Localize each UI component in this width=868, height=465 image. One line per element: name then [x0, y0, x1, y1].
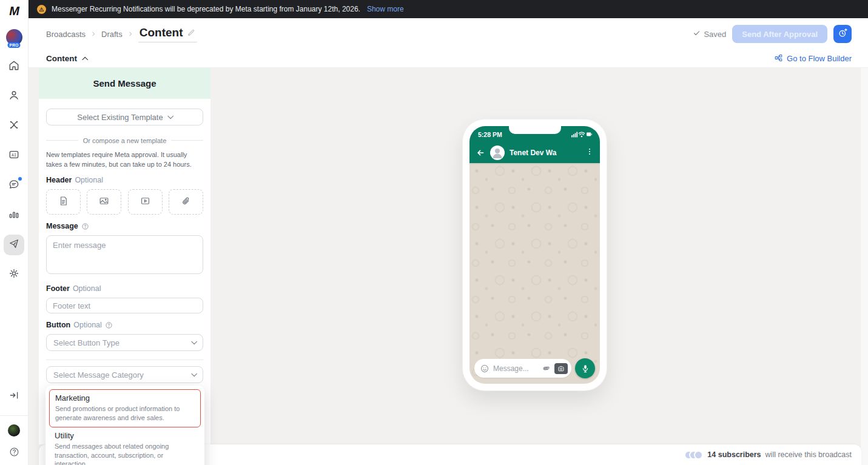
image-icon [98, 195, 110, 209]
ai-icon: AI [8, 149, 20, 163]
header-media-options [46, 189, 203, 215]
sidebar-item-settings[interactable] [4, 264, 24, 285]
home-icon [8, 59, 20, 74]
kebab-menu-icon [585, 147, 594, 158]
scroll-gutter [860, 68, 868, 465]
live-chat-icon [8, 178, 20, 193]
button-type-placeholder: Select Button Type [53, 338, 119, 347]
chat-message-pill: Message... [474, 359, 571, 378]
saved-label: Saved [704, 30, 726, 39]
sidebar-item-contacts[interactable] [4, 86, 24, 107]
paperclip-icon [180, 195, 192, 209]
attach-icon [540, 362, 553, 375]
chevron-down-icon [191, 338, 197, 344]
header-text-button[interactable] [46, 189, 81, 215]
chevron-right-icon [127, 31, 133, 37]
manychat-logo[interactable]: M [9, 4, 19, 18]
phone-preview: 5:28 PM Tenet Dev Wa [463, 119, 607, 390]
divider [46, 360, 203, 360]
page-title: Content [140, 26, 183, 39]
header-label-row: Header Optional [46, 176, 203, 184]
select-template-label: Select Existing Template [77, 113, 163, 122]
contacts-icon [8, 89, 20, 104]
chevron-up-icon [82, 57, 88, 63]
header-attachment-button[interactable] [169, 189, 203, 215]
chevron-down-icon [191, 370, 197, 376]
sidebar-item-live-chat[interactable] [4, 175, 24, 196]
video-icon [140, 195, 151, 209]
header-video-button[interactable] [128, 189, 163, 215]
footer-label-row: Footer Optional [46, 284, 203, 293]
button-label: Button [46, 321, 70, 329]
document-icon [58, 195, 69, 209]
help-button[interactable] [8, 446, 20, 460]
footer-text-input[interactable] [46, 298, 203, 313]
header-label: Header [46, 176, 72, 184]
edit-title-icon[interactable] [187, 28, 196, 37]
sidebar-item-broadcasts[interactable] [4, 235, 24, 255]
phone-screen: 5:28 PM Tenet Dev Wa [469, 126, 600, 384]
show-more-link[interactable]: Show more [367, 5, 404, 13]
divider-line [46, 140, 78, 141]
message-input[interactable] [46, 235, 203, 274]
saved-status: Saved [693, 29, 726, 39]
panel-header: Send Message [39, 68, 210, 99]
contact-name: Tenet Dev Wa [510, 149, 580, 157]
go-to-flow-builder-link[interactable]: Go to Flow Builder [774, 53, 852, 64]
sidebar-item-analytics[interactable] [4, 205, 24, 226]
category-option-utility[interactable]: Utility Send messages about related ongo… [49, 427, 201, 465]
category-placeholder: Select Message Category [53, 370, 144, 380]
contact-avatar [490, 146, 505, 160]
message-label: Message [46, 222, 78, 230]
message-category-select[interactable]: Select Message Category [46, 366, 203, 383]
chevron-down-icon [167, 113, 173, 119]
sidebar-item-automation[interactable] [4, 116, 24, 136]
topbar: Broadcasts Drafts Content Saved Send Aft… [29, 18, 868, 50]
content-section-toggle[interactable]: Content [46, 54, 87, 63]
content-section-title: Content [46, 54, 77, 63]
camera-icon [554, 363, 568, 374]
compose-divider: Or compose a new template [46, 136, 203, 144]
help-circle-icon[interactable] [105, 321, 113, 329]
pro-badge: PRO [8, 42, 21, 48]
collapse-icon [8, 390, 19, 403]
help-circle-icon[interactable] [81, 222, 89, 230]
flow-builder-label: Go to Flow Builder [787, 54, 852, 63]
footer-label: Footer [46, 284, 70, 293]
main-content: Send Message Select Existing Template Or… [29, 68, 868, 465]
gear-icon [8, 267, 20, 282]
warning-icon [37, 5, 46, 14]
divider-line [171, 140, 203, 141]
sidebar-nav: AI [4, 56, 24, 285]
notification-dot [18, 177, 22, 181]
optional-label: Optional [73, 321, 102, 329]
category-dropdown-menu: Marketing Send promotions or product inf… [45, 386, 204, 465]
user-avatar[interactable] [8, 424, 20, 437]
chat-input-placeholder: Message... [493, 364, 538, 373]
collapse-sidebar-button[interactable] [5, 387, 23, 406]
option-name: Utility [55, 431, 195, 440]
question-icon [8, 449, 20, 460]
breadcrumb: Broadcasts Drafts Content [46, 26, 197, 42]
breadcrumb-broadcasts[interactable]: Broadcasts [46, 30, 86, 39]
optional-label: Optional [75, 176, 103, 184]
breadcrumb-drafts[interactable]: Drafts [101, 30, 123, 39]
select-existing-template-dropdown[interactable]: Select Existing Template [46, 109, 203, 125]
sidebar-item-ai[interactable]: AI [4, 146, 24, 166]
header-image-button[interactable] [87, 189, 121, 215]
sidebar-item-home[interactable] [4, 56, 24, 77]
send-after-approval-button[interactable]: Send After Approval [732, 25, 827, 43]
option-name: Marketing [55, 393, 195, 403]
workspace-avatar[interactable]: PRO [6, 29, 22, 45]
button-type-select[interactable]: Select Button Type [46, 334, 203, 351]
deprecation-banner: Messenger Recurring Notifications will b… [29, 0, 868, 18]
subscribers-suffix: will receive this broadcast [765, 450, 852, 459]
phone-notch [509, 126, 561, 134]
back-arrow-icon [476, 148, 485, 158]
app-window: M PRO AI [0, 0, 868, 465]
emoji-icon [480, 364, 490, 373]
analytics-icon [8, 208, 20, 222]
schedule-button[interactable] [833, 25, 852, 43]
flow-builder-icon [774, 53, 783, 64]
category-option-marketing[interactable]: Marketing Send promotions or product inf… [49, 389, 201, 427]
